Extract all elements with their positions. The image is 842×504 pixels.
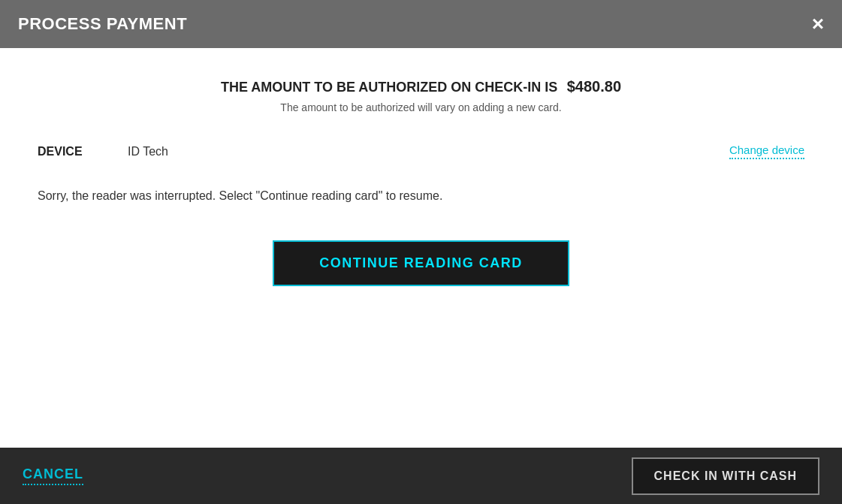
close-button[interactable]: ×: [812, 14, 824, 35]
amount-section: THE AMOUNT TO BE AUTHORIZED ON CHECK-IN …: [38, 78, 804, 113]
check-in-with-cash-button[interactable]: CHECK IN WITH CASH: [632, 457, 819, 495]
modal-title: PROCESS PAYMENT: [18, 14, 187, 34]
amount-value: $480.80: [567, 78, 621, 95]
device-label: DEVICE: [38, 145, 128, 158]
continue-btn-wrapper: CONTINUE READING CARD: [38, 240, 804, 286]
device-value: ID Tech: [128, 145, 729, 158]
amount-subtitle: The amount to be authorized will vary on…: [38, 101, 804, 113]
modal-header: PROCESS PAYMENT ×: [0, 0, 842, 48]
continue-reading-card-button[interactable]: CONTINUE READING CARD: [273, 240, 569, 286]
change-device-button[interactable]: Change device: [729, 143, 804, 159]
cancel-button[interactable]: CANCEL: [23, 466, 83, 485]
device-section: DEVICE ID Tech Change device: [38, 143, 804, 159]
error-message: Sorry, the reader was interrupted. Selec…: [38, 189, 804, 203]
modal: PROCESS PAYMENT × THE AMOUNT TO BE AUTHO…: [0, 0, 842, 504]
modal-body: THE AMOUNT TO BE AUTHORIZED ON CHECK-IN …: [0, 48, 842, 448]
modal-footer: CANCEL CHECK IN WITH CASH: [0, 448, 842, 504]
modal-overlay: PROCESS PAYMENT × THE AMOUNT TO BE AUTHO…: [0, 0, 842, 504]
amount-label: THE AMOUNT TO BE AUTHORIZED ON CHECK-IN …: [221, 80, 557, 95]
